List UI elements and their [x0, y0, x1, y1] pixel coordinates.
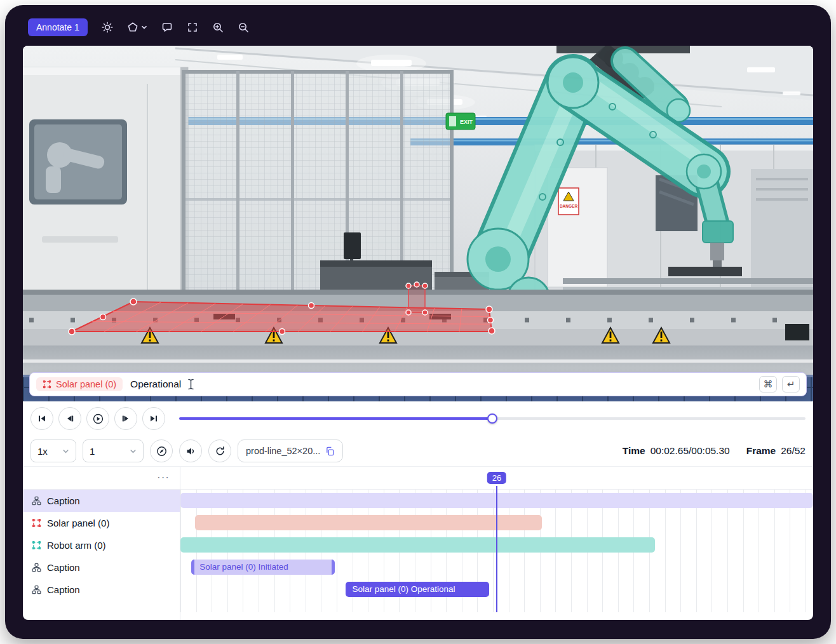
compass-icon	[156, 446, 167, 457]
timeline-row-text: Caption	[47, 562, 80, 573]
shortcut-keys: ⌘ ↵	[759, 376, 800, 392]
step-value: 1	[90, 446, 95, 457]
playhead-frame-badge[interactable]: 26	[487, 472, 506, 484]
skip-to-start-button[interactable]	[30, 407, 53, 430]
annotation-text-input[interactable]: Operational	[130, 379, 181, 390]
volume-icon	[185, 446, 196, 457]
svg-text:EXIT: EXIT	[460, 119, 473, 125]
timeline-left-header: ···	[23, 467, 180, 490]
expand-icon[interactable]	[187, 22, 198, 33]
timeline-row-label[interactable]: Caption	[23, 490, 180, 512]
time-frame-stats: Time 00:02.65/00:05.30 Frame 26/52	[623, 445, 806, 457]
timeline-menu-button[interactable]: ···	[157, 475, 170, 481]
svg-text:DANGER: DANGER	[560, 204, 577, 208]
chevron-down-icon	[130, 448, 137, 455]
frame-step-select[interactable]: 1	[83, 439, 144, 462]
frame-label: Frame	[746, 445, 776, 457]
slider-handle[interactable]	[487, 413, 497, 424]
video-canvas[interactable]: EXIT DANGER	[23, 46, 813, 401]
object-badge[interactable]: Solar panel (0)	[36, 377, 123, 392]
exit-sign: EXIT	[446, 113, 475, 130]
file-name: prod-line_52×20...	[246, 446, 320, 456]
previous-frame-button[interactable]	[58, 407, 81, 430]
playhead-line	[496, 486, 497, 612]
slider-fill	[179, 417, 492, 420]
app-window: Annotate 1	[5, 5, 831, 639]
file-name-chip[interactable]: prod-line_52×20...	[238, 439, 343, 462]
annotation-app: EXIT DANGER	[23, 46, 813, 620]
timeline-row-label[interactable]: Caption	[23, 556, 180, 579]
playback-speed-select[interactable]: 1x	[30, 439, 76, 462]
toolbar: Annotate 1	[23, 5, 813, 46]
timeline-bar[interactable]	[180, 537, 655, 553]
text-cursor-icon	[187, 379, 194, 390]
speed-value: 1x	[37, 446, 48, 457]
timeline-row-text: Caption	[47, 584, 80, 595]
chevron-down-icon	[141, 24, 147, 30]
enter-key[interactable]: ↵	[782, 376, 800, 392]
bbox-icon	[43, 380, 51, 389]
bbox-icon-red	[32, 518, 41, 528]
time-label: Time	[623, 445, 645, 457]
timeline-left-rows: CaptionSolar panel (0)Robot arm (0)Capti…	[23, 490, 180, 601]
frame-value: 26/52	[781, 445, 806, 457]
annotation-input-bar[interactable]: Solar panel (0) Operational ⌘ ↵	[29, 372, 807, 396]
timeline-row-text: Solar panel (0)	[47, 518, 109, 528]
object-badge-label: Solar panel (0)	[56, 380, 116, 389]
zoom-in-icon[interactable]	[212, 22, 224, 33]
skip-to-end-button[interactable]	[142, 407, 165, 430]
shape-tool-icon[interactable]	[127, 22, 147, 33]
factory-scene: EXIT DANGER	[23, 46, 813, 401]
loop-button[interactable]	[208, 439, 231, 462]
timeline-row-text: Caption	[47, 495, 80, 506]
compass-button[interactable]	[150, 439, 173, 462]
comment-icon[interactable]	[161, 22, 173, 33]
caption-icon	[32, 496, 41, 506]
copy-icon	[325, 446, 335, 456]
timeline-bar[interactable]: Solar panel (0) Initiated	[191, 560, 335, 575]
volume-button[interactable]	[179, 439, 202, 462]
bbox-icon-teal	[32, 540, 41, 550]
timeline-row-label[interactable]: Solar panel (0)	[23, 512, 180, 534]
settings-row: 1x 1 prod-line_52×20... Time 0	[23, 436, 813, 466]
next-frame-button[interactable]	[114, 407, 137, 430]
caption-icon	[32, 563, 41, 572]
timeline-bar[interactable]	[195, 515, 542, 530]
caption-icon	[32, 585, 41, 594]
timeline-left-column: ··· CaptionSolar panel (0)Robot arm (0)C…	[23, 467, 180, 620]
timeline-bar[interactable]: Solar panel (0) Operational	[346, 582, 489, 597]
refresh-icon	[215, 446, 226, 457]
timeline-row-label[interactable]: Caption	[23, 579, 180, 601]
brightness-icon[interactable]	[102, 22, 113, 33]
transport-controls	[23, 401, 813, 436]
video-progress-slider[interactable]	[179, 413, 806, 424]
play-button[interactable]	[86, 407, 109, 430]
time-value: 00:02.65/00:05.30	[651, 445, 730, 457]
timeline-track-area: Solar panel (0) InitiatedSolar panel (0)…	[180, 467, 813, 620]
timeline-row-label[interactable]: Robot arm (0)	[23, 534, 180, 556]
timeline-panel: ··· CaptionSolar panel (0)Robot arm (0)C…	[23, 466, 813, 620]
timeline-row-text: Robot arm (0)	[47, 540, 106, 551]
annotate-button[interactable]: Annotate 1	[28, 18, 88, 36]
command-key[interactable]: ⌘	[759, 376, 777, 392]
zoom-out-icon[interactable]	[238, 22, 249, 33]
chevron-down-icon	[62, 448, 69, 455]
